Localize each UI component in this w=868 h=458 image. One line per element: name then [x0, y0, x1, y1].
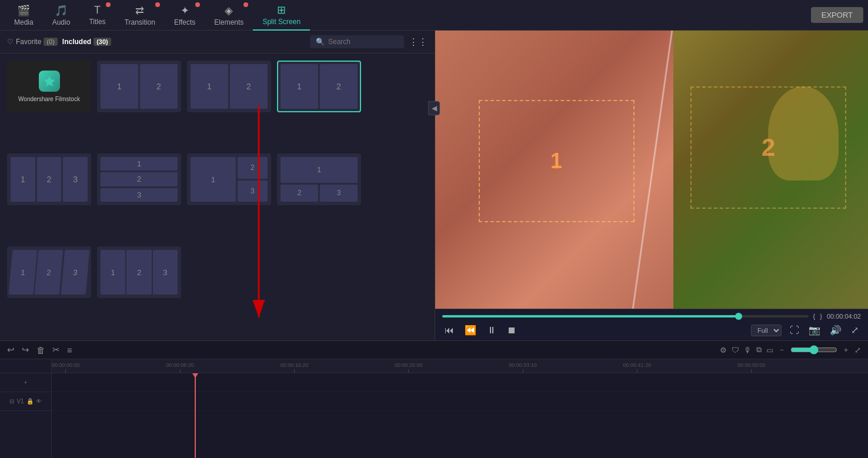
transition-badge [155, 2, 160, 7]
cell-3: 3 [101, 188, 178, 202]
export-button[interactable]: EXPORT [811, 7, 863, 23]
cell-1: 1 [281, 157, 358, 183]
nav-transition-label: Transition [125, 18, 155, 26]
bracket-left: { [813, 313, 816, 320]
cell-1: 1 [101, 250, 125, 295]
step-back-button[interactable]: ⏮ [442, 324, 456, 337]
cell-2: 2 [35, 250, 64, 295]
filmstock-card[interactable]: Wondershare Filmstock [7, 61, 91, 112]
cut-button[interactable]: ✂ [52, 345, 60, 355]
controls-row: ⏮ ⏪ ⏸ ⏹ Full 1/2 1/4 ⛶ 📷 🔊 ⤢ [442, 323, 861, 337]
ruler-tick: 00:00:08:20 [166, 362, 194, 373]
split-card-top-plus-2[interactable]: 1 2 3 [277, 153, 361, 205]
nav-media[interactable]: 🎬 Media [5, 0, 43, 31]
tl-detach-button[interactable]: ⧉ [756, 345, 762, 355]
grid-area: Wondershare Filmstock 1 2 1 2 1 [0, 54, 435, 340]
split-card-2h[interactable]: 1 2 [97, 61, 181, 112]
drop-zone-2[interactable]: 2 [690, 86, 846, 209]
play-pause-button[interactable]: ⏸ [485, 324, 499, 337]
undo-button[interactable]: ↩ [7, 345, 15, 355]
stop-button[interactable]: ⏹ [505, 324, 519, 337]
cell-3: 3 [61, 250, 89, 295]
playhead[interactable] [195, 373, 196, 458]
cell-2: 2 [320, 64, 358, 109]
eye-icon[interactable]: 👁 [36, 398, 42, 404]
timeline-toolbar: ↩ ↪ 🗑 ✂ ≡ ⚙ 🛡 🎙 ⧉ ▭ － ＋ ⤢ [0, 341, 868, 359]
search-box[interactable]: 🔍 [310, 35, 404, 48]
zoom-in-button[interactable]: ＋ [842, 345, 850, 355]
zoom-out-button[interactable]: － [778, 345, 786, 355]
fit-button[interactable]: ⤢ [854, 346, 861, 355]
grid-view-icon[interactable]: ⋮⋮ [409, 36, 428, 48]
playback-controls: { } 00:00:04:02 ⏮ ⏪ ⏸ ⏹ Full 1/2 1/4 ⛶ 📷… [435, 309, 868, 340]
redo-button[interactable]: ↪ [22, 345, 29, 355]
expand-button[interactable]: ⤢ [849, 323, 861, 337]
audio-icon: 🎵 [55, 4, 68, 17]
screenshot-button[interactable]: 📷 [806, 323, 823, 337]
preview-area: ↓ 1 2 [435, 31, 868, 309]
fullscreen-button[interactable]: ⛶ [787, 324, 802, 337]
audio-button[interactable]: 🔊 [827, 323, 844, 337]
frame-back-button[interactable]: ⏪ [462, 323, 479, 337]
lock-icon[interactable]: 🔒 [26, 398, 34, 404]
transition-icon: ⇄ [135, 4, 144, 17]
nav-split-screen-label: Split Screen [262, 18, 301, 26]
split-card-3row[interactable]: 1 2 3 [97, 153, 181, 205]
effects-icon: ✦ [181, 4, 189, 17]
cell-1: 1 [101, 64, 138, 109]
filter-bar: ♡ Favorite (0) Included (30) 🔍 ⋮⋮ [0, 31, 435, 54]
settings-button[interactable]: ≡ [67, 345, 72, 355]
empty-track-row [52, 373, 868, 392]
ruler-area: 00:00:00:0000:00:08:2000:00:16:2000:00:2… [52, 359, 868, 458]
nav-elements-label: Elements [214, 18, 243, 26]
cell-2: 2 [238, 157, 268, 179]
track-label-add[interactable]: + [0, 373, 51, 392]
nav-effects[interactable]: ✦ Effects [165, 0, 205, 31]
cell-1: 1 [281, 64, 318, 109]
split-card-3col[interactable]: 1 2 3 [7, 153, 91, 205]
tl-mic-button[interactable]: 🎙 [744, 346, 752, 355]
timeline: ↩ ↪ 🗑 ✂ ≡ ⚙ 🛡 🎙 ⧉ ▭ － ＋ ⤢ + ⊟ V1 🔒 [0, 340, 868, 458]
nav-transition[interactable]: ⇄ Transition [115, 0, 165, 31]
drop-zone-num-2: 2 [762, 133, 775, 162]
tl-overlay-button[interactable]: ▭ [766, 346, 773, 355]
cell-2: 2 [37, 157, 62, 202]
filmstock-name: Wondershare Filmstock [18, 95, 80, 103]
ruler-tick: 00:00:33:10 [509, 362, 537, 373]
nav-titles[interactable]: T Titles [79, 0, 115, 31]
effects-badge [195, 2, 200, 7]
tl-settings-button[interactable]: ⚙ [720, 346, 727, 355]
nav-audio[interactable]: 🎵 Audio [43, 0, 80, 31]
split-card-3diag[interactable]: 1 2 3 [97, 246, 181, 298]
track-labels: + ⊟ V1 🔒 👁 [0, 359, 52, 458]
split-card-3vtrap[interactable]: 1 2 3 [7, 246, 91, 298]
drop-zone-1[interactable]: ↓ 1 [479, 100, 635, 222]
nav-split-screen[interactable]: ⊞ Split Screen [253, 0, 310, 31]
favorite-count: (0) [44, 38, 57, 46]
zoom-slider[interactable] [790, 345, 837, 355]
split-card-2h-b[interactable]: 1 2 [187, 61, 271, 112]
ruler-tick: 00:00:50:00 [737, 362, 766, 373]
top-nav: 🎬 Media 🎵 Audio T Titles ⇄ Transition ✦ … [0, 0, 868, 31]
quality-select[interactable]: Full 1/2 1/4 [751, 325, 782, 336]
split-card-2v[interactable]: 1 2 [277, 61, 361, 112]
cell-2: 2 [101, 172, 178, 186]
included-count: (30) [94, 38, 111, 46]
nav-elements[interactable]: ◈ Elements [205, 0, 253, 31]
svg-marker-0 [44, 76, 55, 86]
right-panel: ↓ 1 2 { } 00:00:04:02 ⏮ ⏪ ⏸ [435, 31, 868, 340]
panel-collapse-button[interactable]: ◀ [428, 101, 440, 115]
search-input[interactable] [328, 38, 398, 46]
nav-audio-label: Audio [52, 18, 71, 26]
split-card-1plus2v[interactable]: 1 2 3 [187, 153, 271, 205]
progress-bar[interactable] [442, 315, 809, 317]
search-icon: 🔍 [316, 38, 325, 46]
cell-3: 3 [153, 250, 178, 295]
track-v1-label: V1 [16, 398, 24, 404]
delete-button[interactable]: 🗑 [36, 345, 45, 355]
track-label-v1: ⊟ V1 🔒 👁 [0, 392, 51, 411]
filter-favorite[interactable]: ♡ Favorite (0) [7, 38, 58, 46]
filter-included[interactable]: Included (30) [62, 38, 111, 46]
tl-shield-button[interactable]: 🛡 [732, 346, 739, 355]
elements-badge [243, 2, 248, 7]
